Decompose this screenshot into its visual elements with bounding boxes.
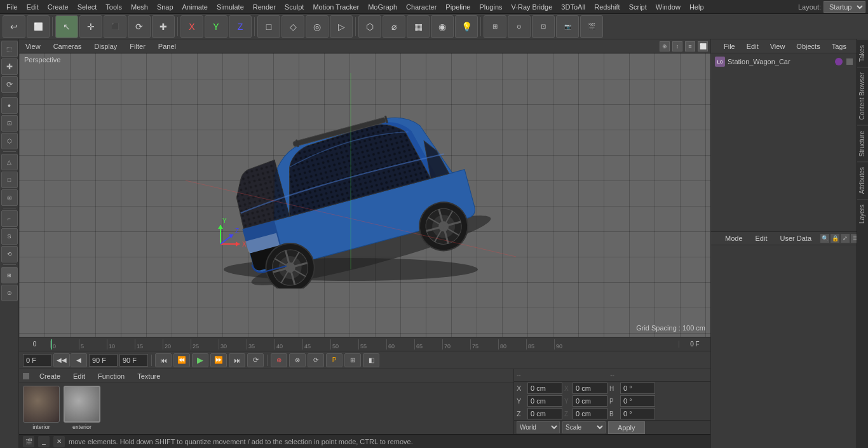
obj-menu-edit[interactable]: Edit (743, 41, 763, 51)
attr-menu-mode[interactable]: Mode (721, 233, 747, 243)
menu-mesh[interactable]: Mesh (127, 2, 152, 12)
material-thumb-exterior[interactable] (64, 386, 100, 423)
viewport-3d[interactable]: X Y Z (19, 53, 710, 337)
coord-z-rot[interactable] (573, 408, 607, 419)
menu-redshift[interactable]: Redshift (590, 2, 623, 12)
render-view-button[interactable]: ⬡ (358, 15, 381, 38)
y-axis-button[interactable]: Y (205, 15, 227, 38)
menu-file[interactable]: File (3, 2, 22, 12)
point-mode-button[interactable]: ◇ (281, 15, 304, 38)
side-tab-attributes[interactable]: Attributes (857, 161, 868, 199)
side-tab-takes[interactable]: Takes (857, 39, 868, 67)
coord-x-pos[interactable] (527, 383, 562, 394)
menu-create[interactable]: Create (44, 2, 72, 12)
mat-menu-edit[interactable]: Edit (69, 371, 89, 381)
left-tool-3[interactable]: ⟳ (1, 76, 18, 93)
left-tool-s[interactable]: S (1, 228, 18, 245)
edge-mode-button[interactable]: ◎ (306, 15, 329, 38)
status-icon-cinema[interactable]: 🎬 (23, 436, 34, 447)
coord-z-scale[interactable] (620, 408, 655, 419)
rotate-tool-button[interactable]: ⟳ (128, 15, 151, 38)
snap-grid-button[interactable]: ⊞ (484, 15, 506, 38)
render-active-button[interactable]: ▦ (407, 15, 430, 38)
snap-edge-button[interactable]: ⊡ (532, 15, 555, 38)
x-axis-button[interactable]: X (180, 15, 203, 38)
transform-button[interactable]: ✚ (152, 15, 175, 38)
start-frame-field[interactable] (23, 354, 51, 367)
current-frame-field[interactable] (89, 354, 118, 367)
record-keyframe-button[interactable]: ⊕ (271, 353, 287, 367)
vp-settings-icon[interactable]: ≡ (685, 41, 695, 51)
prev-start-button[interactable]: ◀◀ (53, 353, 70, 367)
mat-menu-texture[interactable]: Texture (133, 371, 164, 381)
left-tool-8[interactable]: □ (1, 172, 18, 188)
left-tool-6[interactable]: ⬡ (1, 133, 18, 149)
redo-button[interactable]: ⬜ (27, 15, 50, 38)
attr-menu-userdata[interactable]: User Data (776, 233, 816, 243)
step-back-button[interactable]: ⏪ (173, 353, 190, 367)
menu-3dtoall[interactable]: 3DToAll (557, 2, 589, 12)
material-item-interior[interactable]: interior (23, 386, 60, 430)
menu-edit[interactable]: Edit (23, 2, 43, 12)
left-tool-10[interactable]: ⌐ (1, 210, 18, 227)
mat-menu-create[interactable]: Create (36, 371, 64, 381)
menu-plugins[interactable]: Plugins (475, 2, 506, 12)
left-tool-5[interactable]: ⊡ (1, 115, 18, 132)
obj-menu-file[interactable]: File (720, 41, 739, 51)
vp-menu-cameras[interactable]: Cameras (50, 41, 86, 51)
scale-select[interactable]: Scale (562, 421, 606, 433)
obj-menu-view[interactable]: View (766, 41, 789, 51)
camera-button[interactable]: ◉ (431, 15, 454, 38)
coord-y-rot[interactable] (573, 395, 607, 407)
left-tool-7[interactable]: △ (1, 154, 18, 170)
object-mode-button[interactable]: □ (257, 15, 280, 38)
object-row-station-wagon[interactable]: L0 Station_Wagon_Car (712, 55, 855, 69)
attr-search-icon[interactable]: 🔍 (820, 234, 829, 243)
render-region-button[interactable]: ⌀ (383, 15, 405, 38)
material-thumb-interior[interactable] (23, 386, 60, 423)
left-tool-13[interactable]: ⊙ (1, 285, 18, 301)
coord-y-pos[interactable] (527, 395, 562, 407)
left-tool-11[interactable]: ⟲ (1, 246, 18, 262)
timeline-ruler[interactable]: 051015202530354045505560657075808590 (51, 339, 679, 350)
menu-sculpt[interactable]: Sculpt (281, 2, 308, 12)
coord-x-rot[interactable] (573, 383, 607, 394)
menu-select[interactable]: Select (74, 2, 101, 12)
menu-script[interactable]: Script (625, 2, 651, 12)
menu-animate[interactable]: Animate (179, 2, 212, 12)
goto-end-button[interactable]: ⏭ (229, 353, 245, 367)
attr-expand-icon[interactable]: ⤢ (841, 234, 850, 243)
vp-menu-panel[interactable]: Panel (154, 41, 180, 51)
menu-character[interactable]: Character (402, 2, 440, 12)
prev-frame-button[interactable]: ◀ (71, 353, 87, 367)
mat-menu-function[interactable]: Function (94, 371, 128, 381)
coord-x-scale[interactable] (620, 383, 655, 394)
viewport-settings-button[interactable]: 🎬 (580, 15, 603, 38)
menu-motion-tracker[interactable]: Motion Tracker (309, 2, 363, 12)
left-tool-2[interactable]: ✚ (1, 58, 18, 75)
menu-tools[interactable]: Tools (102, 2, 126, 12)
layout-select[interactable]: Startup (824, 1, 865, 13)
move-tool-button[interactable]: ✛ (79, 15, 102, 38)
status-icon-close[interactable]: ✕ (53, 436, 65, 447)
side-tab-layers[interactable]: Layers (857, 199, 868, 229)
material-item-exterior[interactable]: exterior (64, 386, 100, 430)
left-tool-9[interactable]: ◎ (1, 189, 18, 206)
delete-keyframe-button[interactable]: ⊗ (289, 353, 306, 367)
attr-lock-icon[interactable]: 🔒 (831, 234, 839, 243)
menu-pipeline[interactable]: Pipeline (442, 2, 474, 12)
side-tab-structure[interactable]: Structure (857, 125, 868, 162)
goto-start-button[interactable]: ⏮ (155, 353, 172, 367)
motion-path-button[interactable]: ◧ (363, 353, 379, 367)
side-tab-content-browser[interactable]: Content Browser (857, 67, 868, 125)
timeline-options-button[interactable]: ⊞ (344, 353, 361, 367)
coord-z-pos[interactable] (527, 408, 562, 419)
menu-mograph[interactable]: MoGraph (364, 2, 401, 12)
attr-menu-edit[interactable]: Edit (752, 233, 771, 243)
play-button[interactable]: ▶ (192, 353, 208, 367)
select-mode-button[interactable]: ↖ (55, 15, 78, 38)
vp-menu-display[interactable]: Display (90, 41, 121, 51)
menu-render[interactable]: Render (249, 2, 280, 12)
menu-vray[interactable]: V-Ray Bridge (508, 2, 557, 12)
left-tool-1[interactable]: ⬚ (1, 41, 18, 57)
